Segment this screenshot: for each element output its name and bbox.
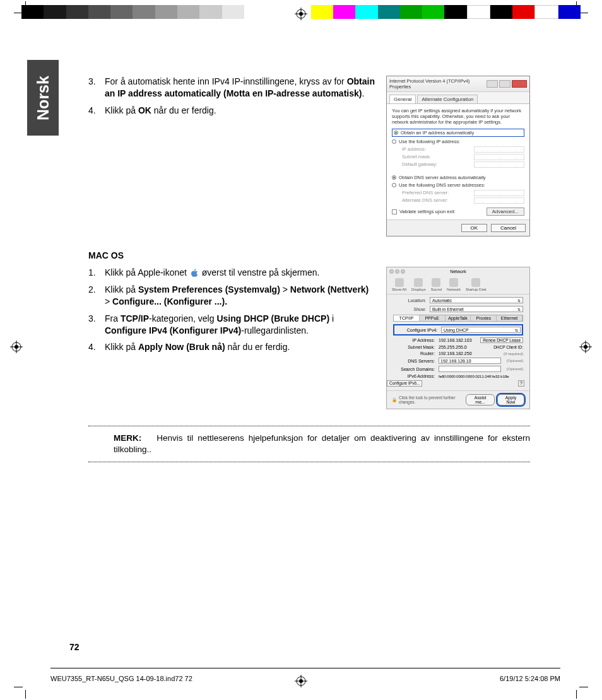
radio-obtain-dns-auto[interactable]: Obtain DNS server address automatically (392, 175, 524, 180)
footer: WEU7355_RT-N65U_QSG 14-09-18.ind72 72 6/… (50, 675, 560, 682)
optional-label: (Optional) (507, 367, 523, 371)
step-item: 4. Klikk på Apply Now (Bruk nå) når du e… (88, 341, 375, 353)
dialog-titlebar: Internet Protocol Version 4 (TCP/IPv4) P… (387, 76, 529, 92)
radio-icon (394, 131, 398, 135)
maximize-icon[interactable] (499, 80, 511, 88)
checkbox-icon[interactable] (392, 209, 397, 214)
network-icon (449, 278, 458, 287)
step-text: Klikk på OK når du er ferdig. (105, 105, 375, 117)
configure-label: Configure IPv4: (396, 328, 437, 332)
step-item: 3. Fra TCP/IP-kategorien, velg Using DHC… (88, 313, 375, 337)
step-number: 3. (88, 313, 105, 337)
ip-label: IP Address: (393, 338, 435, 342)
optional-label: (Optional) (507, 359, 523, 363)
step-number: 4. (88, 341, 105, 353)
apply-now-button[interactable]: Apply Now (497, 394, 524, 405)
ipv6-value: fe80:0000:0000:0000:0211:24ff:fe32:b18e (439, 375, 523, 378)
ipv6-label: IPv6 Address: (393, 374, 435, 378)
show-select[interactable]: Built-in Ethernet⇅ (430, 306, 523, 312)
advanced-button[interactable]: Advanced... (487, 207, 524, 216)
gateway-label: Default gateway: (402, 161, 437, 168)
mask-value: 255.255.255.0 (439, 345, 490, 349)
mac-heading: MAC OS (88, 250, 530, 260)
registration-mark-icon (295, 8, 307, 20)
cancel-button[interactable]: Cancel (491, 224, 526, 232)
crop-mark (25, 690, 26, 699)
step-text: Klikk på System Preferences (Systemvalg)… (105, 284, 375, 308)
configure-select[interactable]: Using DHCP⇅ (441, 327, 521, 333)
radio-obtain-ip-auto[interactable]: Obtain an IP address automatically (392, 129, 524, 137)
page-number: 72 (69, 642, 80, 652)
mac-titlebar: Network (387, 267, 529, 276)
step-number: 4. (88, 105, 105, 117)
minimize-icon[interactable] (487, 80, 498, 88)
crop-mark (14, 687, 23, 687)
step-text: Klikk på Apple-ikonet øverst til venstre… (105, 267, 375, 279)
renew-lease-button[interactable]: Renew DHCP Lease (480, 337, 523, 343)
close-icon[interactable] (512, 80, 527, 88)
tab-ethernet[interactable]: Ethernet (497, 315, 522, 321)
location-select[interactable]: Automatic⇅ (430, 297, 523, 303)
traffic-zoom-icon[interactable] (401, 269, 405, 274)
chevron-updown-icon: ⇅ (517, 298, 521, 303)
footer-divider (50, 668, 560, 668)
mac-network-dialog: Network Show All Displays Sound Network … (386, 267, 530, 409)
location-label: Location: (393, 298, 426, 303)
tab-alternate[interactable]: Alternate Configuration (417, 95, 478, 103)
step-number: 1. (88, 267, 105, 279)
toolbar-sound[interactable]: Sound (431, 278, 442, 291)
disk-icon (471, 278, 480, 287)
toolbar-displays[interactable]: Displays (411, 278, 426, 291)
note-text: Henvis til nettleserens hjelpefunksjon f… (114, 433, 530, 454)
step-number: 3. (88, 76, 105, 100)
step-item: 4. Klikk på OK når du er ferdig. (88, 105, 375, 117)
lock-text: Click the lock to prevent further change… (399, 395, 466, 404)
traffic-close-icon[interactable] (389, 269, 394, 274)
traffic-minimize-icon[interactable] (395, 269, 399, 274)
note-label: MERK: (114, 433, 141, 443)
router-label: Router: (393, 351, 435, 356)
client-id-label: DHCP Client ID: (493, 345, 523, 349)
dialog-description: You can get IP settings assigned automat… (392, 108, 524, 125)
ok-button[interactable]: OK (461, 224, 488, 232)
language-label: Norsk (34, 76, 52, 120)
lock-icon[interactable]: 🔒 (392, 397, 397, 402)
registration-mark-icon (579, 341, 592, 353)
toolbar-show-all[interactable]: Show All (392, 278, 406, 291)
step-text: Fra TCP/IP-kategorien, velg Using DHCP (… (105, 313, 375, 337)
dns-input[interactable]: 192.168.128.10 (439, 358, 501, 364)
chevron-updown-icon: ⇅ (517, 307, 521, 312)
step-text: For å automatisk hente inn IPv4 IP-innst… (105, 76, 375, 100)
help-icon[interactable]: ? (518, 380, 524, 387)
toolbar-startup[interactable]: Startup Disk (466, 278, 487, 291)
subnet-mask-input: ... (474, 154, 524, 160)
radio-icon (392, 139, 396, 144)
chevron-updown-icon: ⇅ (515, 328, 518, 332)
footer-filename: WEU7355_RT-N65U_QSG 14-09-18.ind72 72 (50, 675, 192, 682)
toolbar-network[interactable]: Network (447, 278, 461, 291)
alternate-dns-label: Alternate DNS server: (402, 197, 448, 204)
radio-use-following-dns[interactable]: Use the following DNS server addresses: (392, 182, 524, 188)
step-text: Klikk på Apply Now (Bruk nå) når du er f… (105, 341, 375, 353)
display-icon (414, 278, 423, 287)
search-domains-input[interactable] (439, 366, 501, 372)
footer-timestamp: 6/19/12 5:24:08 PM (500, 675, 560, 682)
router-value: 192.168.182.250 (439, 351, 498, 356)
tab-general[interactable]: General (389, 95, 416, 103)
configure-ipv6-button[interactable]: Configure IPv6... (387, 380, 422, 387)
tab-appletalk[interactable]: AppleTalk (446, 315, 471, 321)
ip-address-input: ... (474, 146, 524, 153)
show-label: Show: (393, 307, 426, 312)
page-content: 3. For å automatisk hente inn IPv4 IP-in… (88, 76, 530, 462)
subnet-mask-label: Subnet mask: (402, 154, 431, 160)
assist-button[interactable]: Assist me... (466, 394, 495, 405)
tab-pppoe[interactable]: PPPoE (420, 315, 446, 321)
step-item: 2. Klikk på System Preferences (Systemva… (88, 284, 375, 308)
radio-icon (392, 175, 396, 180)
gateway-input: ... (474, 161, 524, 168)
crop-mark (579, 687, 588, 687)
radio-use-following-ip[interactable]: Use the following IP address: (392, 139, 524, 144)
tab-proxies[interactable]: Proxies (471, 315, 497, 321)
step-item: 3. For å automatisk hente inn IPv4 IP-in… (88, 76, 375, 100)
tab-tcpip[interactable]: TCP/IP (394, 315, 420, 321)
